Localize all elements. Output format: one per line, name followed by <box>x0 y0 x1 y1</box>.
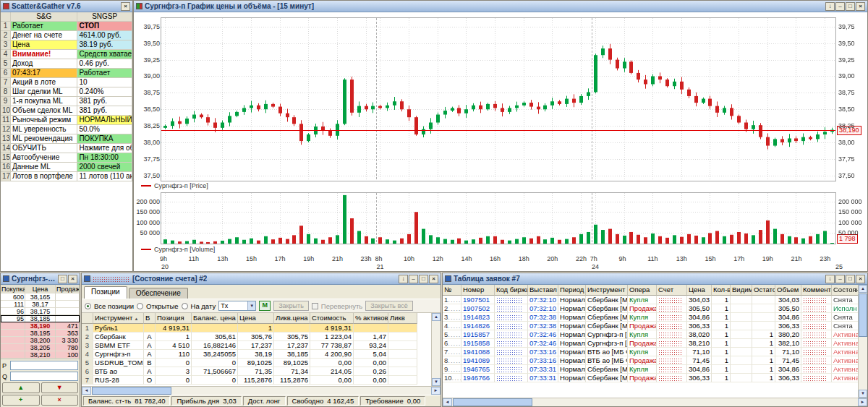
sg-table-row[interactable]: 3Цена38.19 руб. <box>1 40 132 50</box>
orderbook-ask-row[interactable]: 38,195363 <box>1 330 80 337</box>
orderbook-ask-row[interactable]: 38,190471 <box>1 322 80 330</box>
chevron-down-icon[interactable]: ▼ <box>247 301 255 310</box>
position-row[interactable]: 3SBMM ETFА4 51016,88214617,23717,23777 7… <box>82 341 441 350</box>
sg-table-row[interactable]: 15АвтообучениеПн 18:30:00 <box>1 153 132 163</box>
scroll-up-icon[interactable]: ▲ <box>859 285 867 293</box>
column-header[interactable]: Инструмент <box>586 285 628 296</box>
position-row[interactable]: 6ВТБ аоА371,50666771,3571,34214,050,26 <box>82 367 441 376</box>
radio-all-positions[interactable] <box>85 303 91 309</box>
column-header[interactable]: Баланс. цена <box>192 313 238 324</box>
tab-positions[interactable]: Позиции <box>84 286 127 299</box>
sg-table-row[interactable]: 10Объем сделок ML381 руб. <box>1 106 132 116</box>
scroll-thumb[interactable] <box>92 387 171 395</box>
column-header[interactable]: Комментарий <box>801 285 832 296</box>
orderbook-bid-row[interactable]: 60038,165 <box>1 294 80 301</box>
order-row[interactable]: 5191585707:32:46НормалнСургнфгз-п [Купля… <box>443 330 867 339</box>
column-header[interactable]: Ликв.цена <box>274 313 310 324</box>
dock-icon[interactable]: ↓ <box>825 275 835 283</box>
position-row[interactable]: 5USDRUB_TOMВ0089,102589,10250,000,00 <box>82 359 441 367</box>
radio-on-date[interactable] <box>182 303 188 309</box>
orders-vertical-scrollbar[interactable]: ▲ ▼ <box>858 285 867 398</box>
price-chart-canvas[interactable] <box>161 18 835 181</box>
radio-open-positions[interactable] <box>137 303 143 309</box>
column-header[interactable]: % активов <box>354 313 388 324</box>
order-row[interactable]: 3191482307:32:38НормалнСбербанк [МКупля3… <box>443 313 867 322</box>
account-titlebar[interactable]: [Состояние счета] #2 ↓ – □ × <box>82 273 441 285</box>
close-all-button[interactable]: Закрыть всё <box>365 301 412 311</box>
close-position-button[interactable]: Закрыть <box>273 301 309 311</box>
scroll-track[interactable] <box>172 387 431 395</box>
column-header[interactable]: Кол-во <box>712 285 731 296</box>
sg-table-row[interactable]: 12ML уверенность50.0% <box>1 125 132 134</box>
scroll-right-icon[interactable]: ► <box>858 398 867 406</box>
column-header[interactable]: Объем <box>775 285 801 296</box>
column-header[interactable]: Выставл <box>528 285 558 296</box>
scroll-left-icon[interactable]: ◄ <box>82 387 91 395</box>
position-row[interactable]: 7RUS-28О00115,2876115,28760,000,00 <box>82 376 441 385</box>
scroll-right-icon[interactable]: ► <box>431 387 441 395</box>
column-header[interactable]: Стоимость <box>310 313 354 324</box>
column-header[interactable]: В <box>144 313 156 324</box>
position-row[interactable]: 4Сургнфгз-пА11038,24505538,1938,1854 200… <box>82 350 441 359</box>
price-input[interactable] <box>10 361 78 370</box>
close-icon[interactable]: × <box>68 275 77 283</box>
volume-chart-canvas[interactable] <box>161 193 835 244</box>
scroll-track[interactable] <box>432 321 441 378</box>
qty-input[interactable] <box>10 372 78 381</box>
sg-titlebar[interactable]: Scatter&Gather v7.6 × <box>1 1 132 12</box>
orderbook-bid-row[interactable]: 9538,185 <box>1 315 80 322</box>
positions-horizontal-scrollbar[interactable]: ◄ ► <box>82 386 441 395</box>
sg-table-row[interactable]: 14ОБУЧИТЬНажмите для обучения <box>1 144 132 153</box>
order-row[interactable]: 1190750107:32:10НормалнСбербанк [МКупля3… <box>443 296 867 304</box>
column-header[interactable]: Состояние <box>832 285 859 296</box>
column-header[interactable]: Цена <box>687 285 712 296</box>
sell-button[interactable]: ▼ <box>41 382 79 393</box>
minimize-icon[interactable]: – <box>835 275 845 283</box>
order-row[interactable]: 10194676607:33:31НормалнСбербанк [МПрода… <box>443 374 867 382</box>
buy-button[interactable]: ▲ <box>2 382 40 393</box>
orderbook-ask-row[interactable]: 38,2003 330 <box>1 337 80 344</box>
tab-collateral[interactable]: Обеспечение <box>129 288 188 299</box>
add-order-button[interactable]: + <box>2 395 40 406</box>
scroll-up-icon[interactable]: ▲ <box>432 313 441 321</box>
sg-table-row[interactable]: 91-я покупка ML381 руб. <box>1 97 132 106</box>
orderbook-bid-row[interactable]: 11138,17 <box>1 301 80 308</box>
m-button[interactable]: M <box>259 301 271 311</box>
column-header[interactable]: № <box>443 285 461 296</box>
sg-table-row[interactable]: 17Лотов в портфеле11 лотов (110 акций) <box>1 172 132 181</box>
flip-checkbox[interactable] <box>312 303 318 309</box>
order-row[interactable]: 8194108907:33:16НормалнВТБ ао [МБ ФПрода… <box>443 356 867 365</box>
column-header[interactable]: Код биржи <box>495 285 528 296</box>
scroll-down-icon[interactable]: ▼ <box>859 390 867 398</box>
sg-table-row[interactable]: 16Данные ML2000 свечей <box>1 163 132 172</box>
sg-table-row[interactable]: 2Денег на счете4614.00 руб. <box>1 31 132 40</box>
maximize-icon[interactable]: □ <box>846 2 855 11</box>
close-icon[interactable]: × <box>429 275 438 283</box>
column-header[interactable]: Цена <box>238 313 274 324</box>
column-header[interactable]: Ликв <box>388 313 417 324</box>
orders-titlebar[interactable]: Таблица заявок #7 ↓ – □ × <box>443 273 867 285</box>
column-header[interactable]: Период <box>558 285 586 296</box>
maximize-icon[interactable]: □ <box>419 275 428 283</box>
sell-column-header[interactable]: Продажа <box>56 285 80 294</box>
sg-table-row[interactable]: 7Акций в лоте10 <box>1 78 132 87</box>
close-icon[interactable]: × <box>856 2 865 11</box>
scroll-down-icon[interactable]: ▼ <box>432 378 441 386</box>
sg-table-row[interactable]: 1РаботаетСТОП <box>1 22 132 31</box>
order-row[interactable]: 9194676507:33:31НормалнСбербанк [МКупля3… <box>443 365 867 374</box>
maximize-icon[interactable]: □ <box>846 275 855 283</box>
sg-table-row[interactable]: 607:43:17Работает <box>1 69 132 78</box>
column-header[interactable]: Позиция <box>156 313 192 324</box>
column-header[interactable]: Опера <box>628 285 657 296</box>
orders-horizontal-scrollbar[interactable]: ◄ ► <box>443 398 867 406</box>
scroll-thumb[interactable] <box>859 294 867 337</box>
close-icon[interactable]: × <box>856 275 865 283</box>
dock-icon[interactable]: ↓ <box>399 275 408 283</box>
scroll-track[interactable] <box>859 338 867 390</box>
orderbook-bid-row[interactable]: 9638,175 <box>1 308 80 315</box>
buy-column-header[interactable]: Покупка <box>1 285 25 294</box>
order-row[interactable]: 7194108807:33:16НормалнВТБ ао [МБ ФКупля… <box>443 348 867 356</box>
position-row[interactable]: 1Рубль14 919,3114 919,31 <box>82 324 441 333</box>
column-header[interactable] <box>82 313 93 324</box>
date-combobox[interactable]: Tx ▼ <box>218 301 256 311</box>
